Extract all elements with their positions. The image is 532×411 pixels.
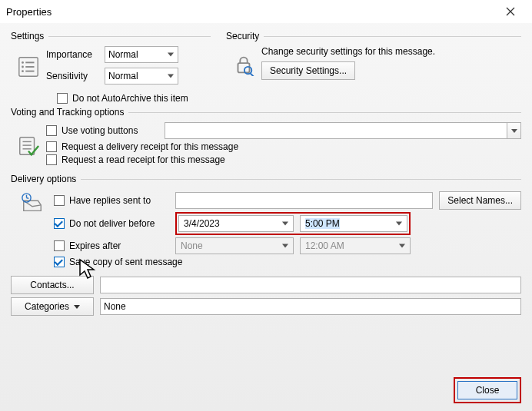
dialog-title: Properties: [6, 6, 495, 18]
titlebar: Properties: [0, 0, 532, 23]
categories-input[interactable]: [100, 298, 521, 315]
delivery-receipt-label: Request a delivery receipt for this mess…: [62, 141, 238, 152]
close-button[interactable]: Close: [457, 381, 517, 399]
voting-icon: [11, 132, 46, 158]
expires-date-combo[interactable]: None: [175, 237, 294, 254]
svg-line-16: [27, 198, 29, 199]
expires-time-value: 12:00 AM: [305, 240, 344, 251]
use-voting-checkbox[interactable]: [46, 125, 57, 136]
settings-legend: Settings: [11, 31, 48, 41]
delivery-receipt-checkbox[interactable]: [46, 141, 57, 152]
replies-input[interactable]: [175, 192, 433, 209]
highlight-box-deliver: 3/4/2023 5:00 PM: [175, 212, 411, 235]
deliver-date-combo[interactable]: 3/4/2023: [178, 215, 294, 232]
sensitivity-select[interactable]: Normal: [105, 68, 178, 85]
save-copy-label: Save copy of sent message: [69, 257, 182, 267]
highlight-box-close: Close: [454, 377, 521, 403]
svg-rect-10: [20, 137, 35, 154]
expires-date-value: None: [181, 240, 203, 251]
chevron-down-icon: [74, 305, 80, 309]
close-icon: [506, 7, 515, 16]
read-receipt-label: Request a read receipt for this message: [62, 154, 225, 165]
security-group: Security Change security settings for th…: [226, 31, 521, 86]
voting-legend: Voting and Tracking options: [11, 107, 128, 118]
importance-label: Importance: [46, 49, 100, 60]
autoarchive-checkbox[interactable]: [57, 93, 68, 104]
svg-rect-7: [238, 63, 250, 72]
do-not-deliver-label: Do not deliver before: [69, 218, 155, 229]
deliver-time-value: 5:00 PM: [305, 218, 340, 229]
properties-dialog: Properties Settings Importance Normal: [0, 0, 532, 411]
use-voting-label: Use voting buttons: [62, 125, 138, 136]
expires-time-combo[interactable]: 12:00 AM: [300, 237, 411, 254]
settings-group: Settings Importance Normal Sensitivity N…: [11, 31, 211, 86]
voting-buttons-combo[interactable]: [165, 122, 521, 139]
delivery-legend: Delivery options: [11, 174, 81, 184]
importance-select[interactable]: Normal: [105, 46, 178, 63]
replies-label: Have replies sent to: [69, 195, 151, 206]
window-close-button[interactable]: [495, 1, 526, 22]
read-receipt-checkbox[interactable]: [46, 154, 57, 165]
contacts-button[interactable]: Contacts...: [11, 276, 94, 294]
contacts-input[interactable]: [100, 277, 521, 293]
categories-button[interactable]: Categories: [11, 297, 94, 316]
chevron-down-icon[interactable]: [507, 123, 520, 138]
security-legend: Security: [226, 31, 264, 41]
settings-icon: [11, 52, 46, 78]
deliver-time-combo[interactable]: 5:00 PM: [300, 215, 407, 232]
select-names-button[interactable]: Select Names...: [439, 191, 521, 210]
security-desc: Change security settings for this messag…: [261, 46, 521, 57]
expires-checkbox[interactable]: [54, 240, 65, 251]
svg-line-9: [250, 73, 254, 76]
security-settings-button[interactable]: Security Settings...: [261, 61, 355, 80]
deliver-date-value: 3/4/2023: [184, 218, 220, 229]
do-not-deliver-checkbox[interactable]: [54, 218, 65, 229]
categories-button-label: Categories: [25, 301, 69, 312]
expires-label: Expires after: [69, 240, 121, 251]
security-icon: [226, 50, 261, 76]
replies-checkbox[interactable]: [54, 195, 65, 206]
delivery-icon: [11, 189, 54, 270]
save-copy-checkbox[interactable]: [54, 257, 65, 267]
voting-tracking-group: Voting and Tracking options Use voting b…: [11, 107, 521, 169]
sensitivity-label: Sensitivity: [46, 71, 100, 81]
autoarchive-label: Do not AutoArchive this item: [72, 93, 188, 104]
voting-buttons-input[interactable]: [165, 122, 521, 139]
delivery-options-group: Delivery options Have replies sent to Se…: [11, 174, 521, 271]
